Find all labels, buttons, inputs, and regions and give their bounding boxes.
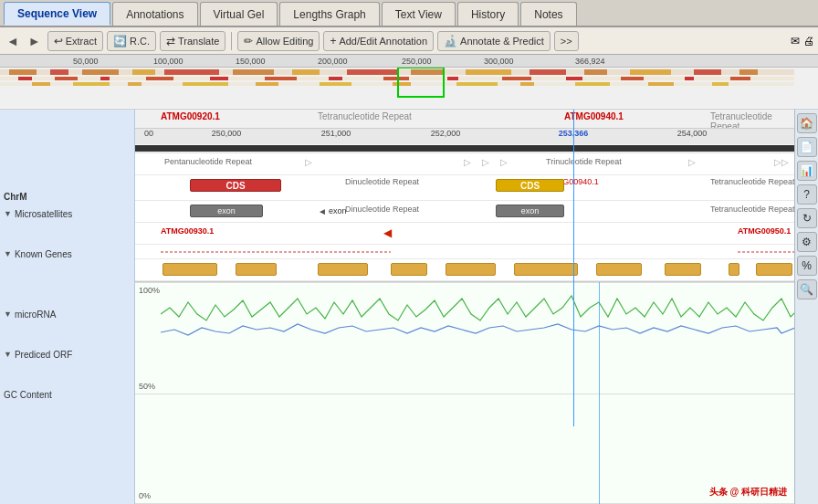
svg-rect-33 bbox=[73, 82, 110, 86]
more-button[interactable]: >> bbox=[554, 31, 579, 51]
gc-chart-svg bbox=[161, 282, 794, 504]
divider1 bbox=[231, 32, 232, 50]
mirna-label-1: ATMG00930.1 bbox=[161, 226, 214, 236]
svg-rect-35 bbox=[183, 82, 228, 86]
svg-rect-2 bbox=[50, 69, 68, 75]
gc-0-label: 0% bbox=[139, 491, 151, 500]
gc-content-chart: 100% 50% 0% bbox=[135, 281, 794, 504]
chromosome-label: ChrM bbox=[0, 190, 134, 204]
svg-rect-11 bbox=[530, 69, 566, 75]
pos-250000: 250,000 bbox=[212, 129, 242, 138]
svg-rect-21 bbox=[210, 77, 228, 80]
known-genes-exon-label bbox=[0, 284, 134, 304]
exon-arrow-1: ◄ exon bbox=[318, 205, 346, 217]
orf-box-8 bbox=[665, 263, 701, 276]
svg-rect-43 bbox=[712, 82, 729, 86]
page-icon[interactable]: 📄 bbox=[797, 137, 817, 157]
back-button[interactable]: ◄ bbox=[4, 34, 22, 48]
pos-251000: 251,000 bbox=[321, 129, 351, 138]
orf-box-4 bbox=[391, 263, 427, 276]
cds-box-1: CDS bbox=[190, 179, 281, 192]
percent-icon[interactable]: % bbox=[797, 256, 817, 276]
gc-100-label: 100% bbox=[139, 286, 160, 295]
tab-history[interactable]: History bbox=[457, 2, 519, 26]
main-area: ChrM ▼ Microsatellites ▼ Known Genes ▼ m… bbox=[0, 110, 818, 504]
chart-icon[interactable]: 📊 bbox=[797, 161, 817, 181]
cds-box-2: CDS bbox=[496, 179, 564, 192]
svg-rect-26 bbox=[502, 77, 531, 80]
mirna-label: ▼ microRNA bbox=[0, 304, 134, 324]
annotate-predict-button[interactable]: 🔬 Annotate & Predict bbox=[437, 31, 551, 51]
svg-rect-5 bbox=[164, 69, 219, 75]
svg-rect-8 bbox=[347, 69, 397, 75]
svg-rect-37 bbox=[320, 82, 351, 86]
microsatellites-track: Pentanucleotide Repeat ▷ ▷ ▷ ▷ Trinucleo… bbox=[135, 153, 794, 175]
svg-rect-1 bbox=[9, 69, 37, 75]
gc-content-label: GC Content bbox=[0, 388, 134, 402]
orf-box-10 bbox=[756, 263, 792, 276]
trinucleotide-label: Trinucleotide Repeat bbox=[546, 157, 622, 166]
tab-annotations[interactable]: Annotations bbox=[112, 2, 197, 26]
tab-notes[interactable]: Notes bbox=[520, 2, 576, 26]
print-icon[interactable]: 🖨 bbox=[803, 35, 814, 47]
mirna-sub-track bbox=[135, 245, 794, 259]
svg-rect-28 bbox=[621, 77, 644, 80]
email-icon[interactable]: ✉ bbox=[791, 35, 800, 47]
extract-button[interactable]: ↩ Extract bbox=[47, 31, 103, 51]
tab-text-view[interactable]: Text View bbox=[382, 2, 456, 26]
penta-arrow1: ▷ bbox=[305, 157, 312, 167]
svg-rect-18 bbox=[55, 77, 78, 80]
microsatellites-expand[interactable]: ▼ bbox=[4, 209, 12, 218]
add-edit-annotation-button[interactable]: + Add/Edit Annotation bbox=[323, 31, 434, 51]
svg-rect-27 bbox=[566, 77, 582, 80]
tab-sequence-view[interactable]: Sequence View bbox=[4, 2, 110, 26]
allow-editing-button[interactable]: ✏ Allow Editing bbox=[237, 31, 320, 51]
rc-button[interactable]: 🔄 R.C. bbox=[107, 31, 156, 51]
mirna-expand[interactable]: ▼ bbox=[4, 310, 12, 319]
mirna-sub-label bbox=[0, 324, 134, 344]
orf-box-7 bbox=[596, 263, 642, 276]
mirna-track: ATMG00930.1 ◀ ATMG00950.1 ◀ bbox=[135, 223, 794, 245]
ruler-300k: 300,000 bbox=[484, 57, 514, 66]
zoom-icon[interactable]: 🔍 bbox=[797, 279, 817, 299]
svg-rect-6 bbox=[233, 69, 274, 75]
genome-view: ATMG00920.1 Tetranucleotide Repeat ATMG0… bbox=[135, 110, 794, 504]
gc-position-line bbox=[599, 282, 600, 504]
svg-rect-12 bbox=[584, 69, 607, 75]
genome-ruler: ATMG00920.1 Tetranucleotide Repeat ATMG0… bbox=[135, 110, 794, 144]
ruler-50k: 50,000 bbox=[73, 57, 99, 66]
svg-rect-34 bbox=[128, 82, 142, 86]
settings-icon[interactable]: ⚙ bbox=[797, 232, 817, 252]
tab-lengths-graph[interactable]: Lengths Graph bbox=[279, 2, 379, 26]
forward-button[interactable]: ► bbox=[26, 34, 44, 48]
svg-rect-24 bbox=[383, 77, 409, 80]
svg-rect-42 bbox=[648, 82, 674, 86]
exon-track: Dinucleotide Repeat Tetranucleotide Repe… bbox=[135, 201, 794, 223]
gene-label-atmg00940: ATMG00940.1 bbox=[564, 111, 624, 121]
left-panel: ChrM ▼ Microsatellites ▼ Known Genes ▼ m… bbox=[0, 110, 135, 504]
svg-rect-9 bbox=[411, 69, 443, 75]
ruler-150k: 150,000 bbox=[236, 57, 266, 66]
gene-label-atmg00920: ATMG00920.1 bbox=[161, 111, 220, 121]
ruler-250k: 250,000 bbox=[402, 57, 432, 66]
tetranuc-track-label1: Tetranucleotide Repeat bbox=[710, 177, 794, 186]
refresh-icon[interactable]: ↻ bbox=[797, 208, 817, 228]
help-icon[interactable]: ? bbox=[797, 184, 817, 205]
orf-box-2 bbox=[236, 263, 277, 276]
exon-box-2: exon bbox=[496, 205, 564, 217]
mirna-label-2: ATMG00950.1 bbox=[738, 226, 791, 236]
known-genes-label: ▼ Known Genes bbox=[0, 244, 134, 264]
tab-virtual-gel[interactable]: Virtual Gel bbox=[200, 2, 278, 26]
translate-button[interactable]: ⇄ Translate bbox=[160, 31, 225, 51]
microsatellites-sub-label bbox=[0, 224, 134, 244]
tri-arrow1: ▷ bbox=[688, 157, 696, 167]
svg-rect-25 bbox=[447, 77, 458, 80]
known-genes-expand[interactable]: ▼ bbox=[4, 249, 12, 258]
known-genes-cds-label bbox=[0, 264, 134, 284]
home-icon[interactable]: 🏠 bbox=[797, 113, 817, 133]
orf-track bbox=[135, 259, 794, 281]
orf-expand[interactable]: ▼ bbox=[4, 350, 12, 359]
microsatellites-label: ▼ Microsatellites bbox=[0, 204, 134, 224]
svg-rect-14 bbox=[694, 69, 721, 75]
svg-rect-19 bbox=[100, 77, 110, 80]
